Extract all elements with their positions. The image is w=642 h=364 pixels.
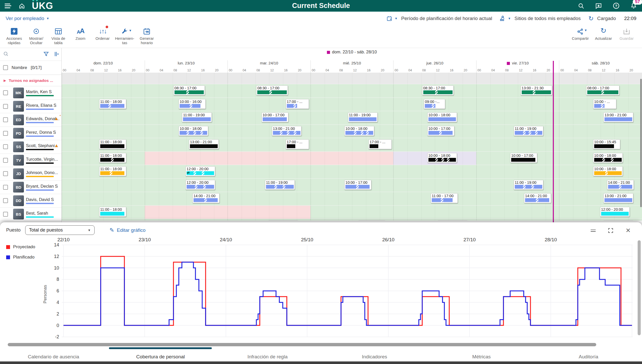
tools-button[interactable]: ▼ Herramien- tas [114, 25, 136, 45]
shift-card[interactable]: 11:00 - 19:00 [348, 112, 378, 122]
employee-row-1[interactable]: RERivera, Eliana S [0, 100, 61, 113]
employee-row-0[interactable]: MKMartin, Ken S [0, 86, 61, 100]
shift-card[interactable]: 10:00 - 18:00 [593, 153, 623, 163]
edit-chart-button[interactable]: ✎ Editar gráfico [109, 227, 145, 234]
shift-card[interactable]: 11:00 - 19:00 [182, 112, 212, 122]
generate-schedule-button[interactable]: Generar horario [136, 25, 158, 45]
show-hide-button[interactable]: Mostrar/ Ocultar [25, 25, 47, 45]
period-selector[interactable]: ▼ [387, 15, 398, 22]
shift-card[interactable]: 10:00 - 17:00 [344, 180, 371, 190]
shift-card[interactable]: 13:00 - 21:00 [438, 220, 467, 221]
shift-card[interactable]: 17:00 - ... [369, 139, 392, 149]
tab-m-tricas[interactable]: Métricas [428, 347, 535, 362]
employee-search-icon[interactable] [3, 51, 9, 57]
shift-card[interactable]: 14:00 - 21:00 [607, 180, 634, 190]
shift-card[interactable]: 08:30 - 17:00 [422, 85, 454, 95]
shift-card[interactable]: 11:00 - 19:00 [514, 126, 544, 136]
shift-card[interactable]: 11:00 - 17:00 [431, 193, 458, 203]
shift-card[interactable]: 10:00 - 18:00 [427, 153, 457, 163]
employee-row-9[interactable]: BSBest, Sarah [0, 208, 61, 221]
chart-vertical-scrollbar[interactable] [638, 240, 641, 335]
employee-row-4[interactable]: SSScott, Stephani...▲ [0, 140, 61, 154]
refresh-status-icon[interactable]: ↻ [588, 15, 593, 22]
shift-card[interactable]: 11:00 - 19:00 [265, 180, 295, 190]
shift-card[interactable]: 09:00 -... [424, 99, 445, 109]
shift-card[interactable]: 13:00 - 21:00 [603, 112, 633, 122]
employee-row-7[interactable]: BDBryant, Declan S [0, 181, 61, 194]
shift-card[interactable]: 12:00 - 20:00⇄ [186, 166, 215, 176]
position-select[interactable]: Total de puestos▼ [25, 225, 95, 235]
filter-icon[interactable] [43, 51, 49, 57]
zoom-button[interactable]: AA Zoom [69, 25, 91, 41]
unassigned-shifts-row[interactable]: ▶ Turnos no asignados ... [0, 75, 61, 86]
menu-icon[interactable] [5, 4, 11, 8]
shift-card[interactable]: 10:00 - 15:45 [593, 139, 620, 149]
expand-columns-icon[interactable] [53, 51, 59, 57]
employee-checkbox[interactable] [3, 104, 8, 109]
share-button[interactable]: ▼ Compartir [570, 25, 591, 41]
shift-card[interactable]: 17:00 - ... [286, 99, 309, 109]
shift-card[interactable]: 11:00 - 18:00 [99, 99, 126, 109]
shift-card[interactable]: 13:00 - 21:30 [521, 85, 552, 95]
shift-card[interactable]: 14:00 - 21:00 [358, 220, 385, 221]
shift-card[interactable]: 08:30 - 17:00 [173, 85, 205, 95]
employee-row-5[interactable]: TVTurcotte, Virgin... [0, 154, 61, 167]
shift-card[interactable]: 10:00 - 18:00 [427, 112, 457, 122]
employee-row-6[interactable]: JDJohnson, Dono... [0, 167, 61, 181]
panel-resize-handle-icon[interactable] [591, 228, 596, 233]
shift-card[interactable]: 11:00 - 18:00 [99, 139, 126, 149]
shift-card[interactable]: 14:00 - 21:00 [192, 193, 219, 203]
close-icon[interactable]: ✕ [626, 227, 631, 234]
employee-checkbox[interactable] [3, 144, 8, 149]
home-icon[interactable] [18, 2, 26, 10]
shift-card[interactable]: 11:00 - 18:00 [99, 153, 126, 163]
employee-row-2[interactable]: EDEdwards, Donal...▲* [0, 113, 61, 127]
shift-card[interactable]: 10:00 - 16:00 [179, 99, 206, 109]
shift-card[interactable]: 17:00 - ... [286, 139, 309, 149]
search-icon[interactable] [577, 2, 585, 10]
shift-card[interactable]: 11:00 - 18:00 [99, 207, 126, 217]
employee-checkbox[interactable] [3, 131, 8, 136]
employee-row-8[interactable]: DDDavis, David S [0, 194, 61, 208]
shift-card[interactable]: 13:00 - 21:00 [603, 193, 633, 203]
tab-cobertura-de-personal[interactable]: Cobertura de personal [107, 347, 214, 362]
tab-auditor-a[interactable]: Auditoría [535, 347, 642, 362]
schedule-vertical-scrollbar[interactable] [640, 79, 642, 207]
employee-checkbox[interactable] [3, 90, 8, 95]
employee-checkbox[interactable] [3, 212, 8, 217]
feedback-icon[interactable] [595, 2, 602, 10]
shift-card[interactable]: 10:00 - 18:00 [179, 126, 208, 136]
table-view-button[interactable]: Vista de tabla [47, 25, 69, 45]
fullscreen-icon[interactable] [608, 227, 614, 234]
shift-card[interactable]: 08:00 - 17:00 [586, 85, 619, 95]
notifications-bell-icon[interactable]: 57 [630, 2, 637, 10]
chart-horizontal-scrollbar[interactable] [8, 343, 596, 346]
tab-indicadores[interactable]: Indicadores [321, 347, 428, 362]
shift-card[interactable]: 12:00 - 20:00 [600, 207, 630, 217]
employee-checkbox[interactable] [3, 158, 8, 163]
quick-actions-button[interactable]: Acciones rápidas [3, 25, 25, 45]
shift-card[interactable]: 10:00 - ... [593, 99, 616, 109]
employee-checkbox[interactable] [3, 185, 8, 190]
sites-selector[interactable]: ▼ [499, 15, 511, 22]
shift-card[interactable]: 11:00 - 18:00 [99, 166, 126, 176]
tab-calendario-de-ausencia[interactable]: Calendario de ausencia [0, 347, 107, 362]
help-icon[interactable]: ? [612, 2, 620, 10]
shift-card[interactable]: 13:00 - 21:00 [189, 139, 219, 149]
employee-checkbox[interactable] [3, 198, 8, 203]
shift-card[interactable]: 10:00 - 17:00 [510, 153, 537, 163]
employee-checkbox[interactable] [3, 117, 8, 122]
shift-card[interactable]: 10:00 - 18:00 [593, 166, 623, 176]
shift-card[interactable]: 12:00 - 20:00 [268, 220, 298, 221]
employee-row-3[interactable]: PDPerez, Donna S [0, 127, 61, 140]
view-by-selector[interactable]: Ver por empleado▼ [6, 16, 49, 21]
tab-infracci-n-de-regla[interactable]: Infracción de regla [214, 347, 321, 362]
shift-card[interactable]: 10:00 - 18:00 [344, 126, 374, 136]
save-button[interactable]: Guardar [616, 25, 637, 41]
shift-card[interactable]: 14:00 - 21:00 [524, 193, 551, 203]
shift-card[interactable]: 12:00 - 20:00 [186, 180, 215, 190]
shift-card[interactable]: 13:00 - 21:00 [603, 220, 633, 221]
select-all-checkbox[interactable] [3, 65, 8, 70]
shift-card[interactable]: 13:00 - 21:00 [272, 126, 302, 136]
shift-card[interactable]: 11:00 - 19:00 [514, 180, 544, 190]
